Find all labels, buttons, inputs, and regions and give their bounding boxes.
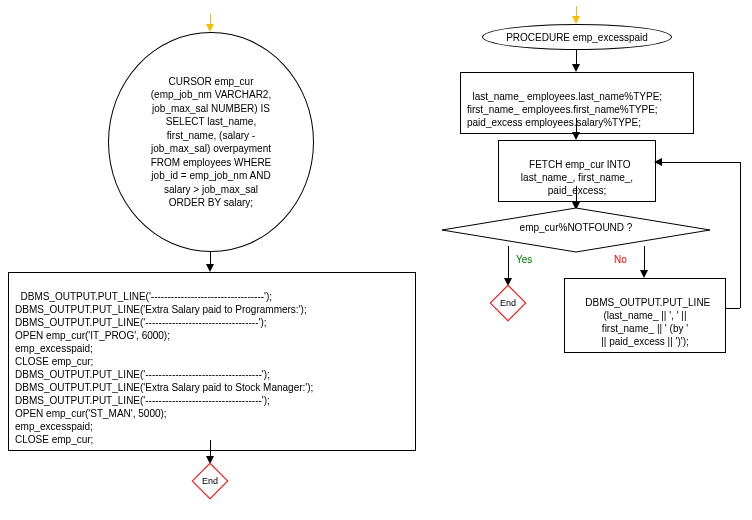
procedure-text: PROCEDURE emp_excesspaid: [506, 32, 648, 43]
end-node-left: End: [197, 468, 223, 494]
fetch-box: FETCH emp_cur INTO last_name_, first_nam…: [498, 140, 656, 202]
putline-text: DBMS_OUTPUT.PUT_LINE (last_name_ || ', '…: [585, 297, 710, 347]
declarations: last_name_ employees.last_name%TYPE; fir…: [460, 72, 694, 134]
fetch-text: FETCH emp_cur INTO last_name_, first_nam…: [521, 159, 633, 196]
cursor-ellipse: CURSOR emp_cur (emp_job_nm VARCHAR2, job…: [108, 32, 314, 252]
cursor-text: CURSOR emp_cur (emp_job_nm VARCHAR2, job…: [151, 75, 272, 210]
end-label-right: End: [495, 290, 521, 316]
end-label: End: [197, 468, 223, 494]
procedure-ellipse: PROCEDURE emp_excesspaid: [482, 24, 672, 50]
no-label: No: [614, 254, 627, 265]
declarations-text: last_name_ employees.last_name%TYPE; fir…: [467, 91, 662, 128]
yes-label: Yes: [516, 254, 532, 265]
main-body-text: DBMS_OUTPUT.PUT_LINE('------------------…: [15, 291, 313, 445]
putline-box: DBMS_OUTPUT.PUT_LINE (last_name_ || ', '…: [564, 278, 726, 353]
end-node-right: End: [495, 290, 521, 316]
svg-marker-0: [442, 208, 710, 252]
main-body: DBMS_OUTPUT.PUT_LINE('------------------…: [8, 272, 416, 451]
